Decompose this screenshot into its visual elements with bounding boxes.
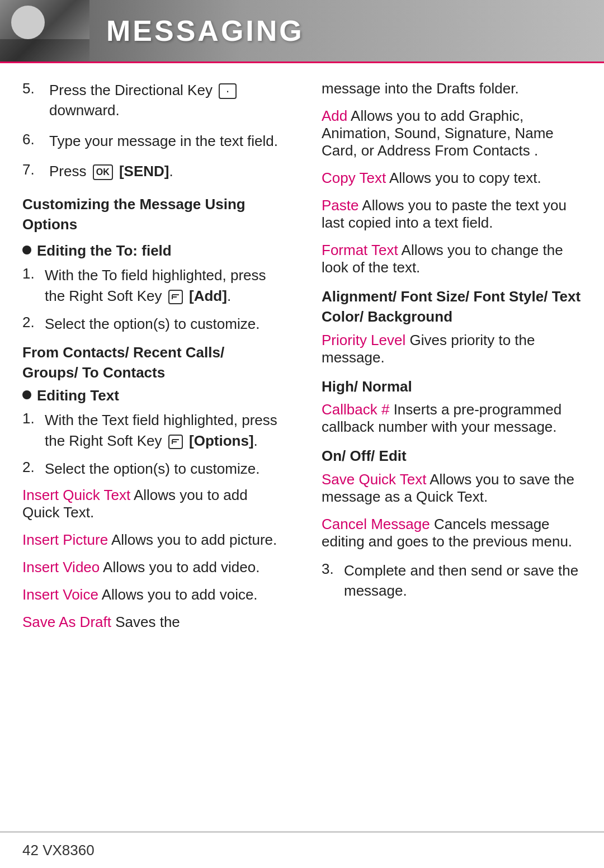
option-callback: Callback # Inserts a pre-programmed call… <box>322 401 582 436</box>
insert-voice-desc: Allows you to add voice. <box>102 586 258 603</box>
to-sub-step-2-text: Select the option(s) to customize. <box>45 314 259 334</box>
copy-text-label: Copy Text <box>322 169 386 186</box>
ok-key-icon: OK <box>93 164 113 180</box>
step-6-num: 6. <box>22 131 45 148</box>
intro-text: message into the Drafts folder. <box>322 80 582 97</box>
insert-video-desc: Allows you to add video. <box>103 559 259 575</box>
priority-level-label: Priority Level <box>322 332 405 348</box>
text-sub-step-1-num: 1. <box>22 410 39 427</box>
step-7-text: Press OK [SEND]. <box>49 161 173 181</box>
text-sub-step-1: 1. With the Text field highlighted, pres… <box>22 410 282 451</box>
step-6-text: Type your message in the text field. <box>49 131 278 151</box>
insert-quick-text-label: Insert Quick Text <box>22 487 130 503</box>
step-6: 6. Type your message in the text field. <box>22 131 282 151</box>
to-sub-step-1-text: With the To field highlighted, press the… <box>45 265 282 306</box>
step-5-text: Press the Directional Key downward. <box>49 80 282 121</box>
left-column: 5. Press the Directional Key downward. 6… <box>22 80 294 641</box>
page-title: MESSAGING <box>89 14 304 48</box>
from-contacts-heading: From Contacts/ Recent Calls/ Groups/ To … <box>22 342 282 383</box>
final-step-3-num: 3. <box>322 560 338 578</box>
bullet-editing-text: Editing Text <box>22 387 282 404</box>
on-off-edit-heading: On/ Off/ Edit <box>322 446 582 466</box>
option-paste: Paste Allows you to paste the text you l… <box>322 197 582 232</box>
option-insert-voice: Insert Voice Allows you to add voice. <box>22 586 282 603</box>
customizing-heading: Customizing the Message Using Options <box>22 194 282 235</box>
option-copy-text: Copy Text Allows you to copy text. <box>322 169 582 187</box>
step-5: 5. Press the Directional Key downward. <box>22 80 282 121</box>
format-text-label: Format Text <box>322 242 398 258</box>
directional-key-icon <box>219 83 237 99</box>
save-as-draft-label: Save As Draft <box>22 614 111 630</box>
save-as-draft-desc: Saves the <box>115 614 180 630</box>
callback-label: Callback # <box>322 401 389 418</box>
add-label: Add <box>322 107 347 124</box>
bullet-editing-to: Editing the To: field <box>22 242 282 260</box>
to-sub-step-1-num: 1. <box>22 265 39 282</box>
to-sub-step-1: 1. With the To field highlighted, press … <box>22 265 282 306</box>
bullet-dot-2 <box>22 390 31 399</box>
add-desc: Allows you to add Graphic, Animation, So… <box>322 107 554 159</box>
option-insert-video: Insert Video Allows you to add video. <box>22 559 282 576</box>
text-sub-step-1-text: With the Text field highlighted, press t… <box>45 410 282 451</box>
step-5-num: 5. <box>22 80 45 97</box>
header-photo <box>0 0 89 62</box>
text-sub-steps: 1. With the Text field highlighted, pres… <box>22 410 282 479</box>
insert-picture-label: Insert Picture <box>22 531 108 548</box>
option-save-as-draft: Save As Draft Saves the <box>22 614 282 631</box>
text-sub-step-2-num: 2. <box>22 459 39 476</box>
step-7-num: 7. <box>22 161 45 178</box>
option-insert-picture: Insert Picture Allows you to add picture… <box>22 531 282 549</box>
insert-picture-desc: Allows you to add picture. <box>111 531 277 548</box>
step-7: 7. Press OK [SEND]. <box>22 161 282 181</box>
right-column: message into the Drafts folder. Add Allo… <box>310 80 582 641</box>
intro-desc: message into the Drafts folder. <box>322 80 519 97</box>
option-cancel-message: Cancel Message Cancels message editing a… <box>322 516 582 550</box>
bullet-1-label: Editing the To: field <box>37 242 172 260</box>
option-insert-quick-text: Insert Quick Text Allows you to add Quic… <box>22 487 282 521</box>
page-header: MESSAGING <box>0 0 604 62</box>
option-save-quick-text: Save Quick Text Allows you to save the m… <box>322 471 582 506</box>
main-content: 5. Press the Directional Key downward. 6… <box>0 63 604 663</box>
footer-text: 42 VX8360 <box>0 833 604 868</box>
alignment-heading: Alignment/ Font Size/ Font Style/ Text C… <box>322 286 582 327</box>
to-sub-step-2-num: 2. <box>22 314 39 331</box>
option-format-text: Format Text Allows you to change the loo… <box>322 242 582 276</box>
paste-label: Paste <box>322 197 359 214</box>
to-sub-steps: 1. With the To field highlighted, press … <box>22 265 282 334</box>
text-sub-step-2: 2. Select the option(s) to customize. <box>22 459 282 479</box>
final-step-3: 3. Complete and then send or save the me… <box>322 560 582 601</box>
right-soft-key-icon-1 <box>168 289 183 305</box>
high-normal-heading: High/ Normal <box>322 376 582 397</box>
insert-voice-label: Insert Voice <box>22 586 98 603</box>
right-soft-key-icon-2 <box>168 434 183 450</box>
bullet-dot-1 <box>22 246 31 254</box>
copy-text-desc: Allows you to copy text. <box>389 169 541 186</box>
option-add: Add Allows you to add Graphic, Animation… <box>322 107 582 159</box>
option-priority-level: Priority Level Gives priority to the mes… <box>322 332 582 366</box>
page-footer: 42 VX8360 <box>0 831 604 868</box>
cancel-message-label: Cancel Message <box>322 516 430 532</box>
insert-video-label: Insert Video <box>22 559 100 575</box>
bullet-2-label: Editing Text <box>37 387 119 404</box>
final-step-3-text: Complete and then send or save the messa… <box>344 560 582 601</box>
to-sub-step-2: 2. Select the option(s) to customize. <box>22 314 282 334</box>
text-sub-step-2-text: Select the option(s) to customize. <box>45 459 259 479</box>
save-quick-text-label: Save Quick Text <box>322 471 426 488</box>
